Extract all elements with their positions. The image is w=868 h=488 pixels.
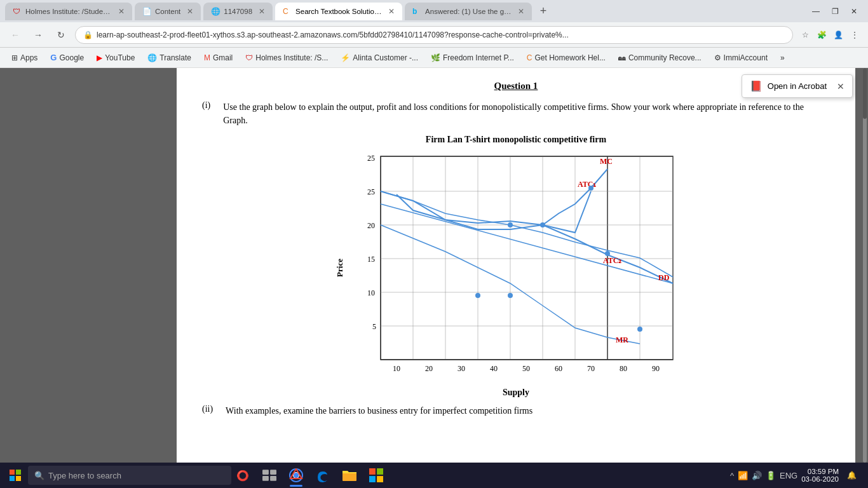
- immi-icon: ⚙: [714, 53, 721, 62]
- forward-button[interactable]: →: [29, 26, 47, 44]
- svg-text:80: 80: [620, 364, 627, 373]
- lock-icon: 🔒: [83, 30, 93, 39]
- bookmark-google[interactable]: G Google: [45, 50, 89, 65]
- tab-bartleby[interactable]: b Answered: (1) Use the graph b... ✕: [405, 3, 532, 20]
- svg-rect-0: [381, 156, 673, 360]
- tab-close-content[interactable]: ✕: [187, 7, 193, 16]
- taskbar-apps: [257, 463, 389, 488]
- volume-icon[interactable]: 🔊: [752, 471, 762, 480]
- tab-label-bartleby: Answered: (1) Use the graph b...: [425, 8, 512, 15]
- bookmark-holmes[interactable]: 🛡 Holmes Institute: /S...: [240, 50, 333, 65]
- back-button[interactable]: ←: [6, 26, 24, 44]
- tab-close-bartleby[interactable]: ✕: [518, 7, 524, 16]
- bookmark-community-label: Community Recove...: [628, 53, 702, 62]
- svg-rect-46: [10, 470, 15, 475]
- store-taskbar-button[interactable]: [363, 463, 389, 488]
- tab-content[interactable]: 📄 Content ✕: [135, 3, 201, 20]
- start-button[interactable]: [3, 463, 28, 488]
- windows-icon: [10, 470, 21, 481]
- search-bar[interactable]: 🔍 Type here to search: [28, 466, 231, 485]
- network-icon[interactable]: 📶: [738, 471, 748, 480]
- svg-text:90: 90: [652, 364, 660, 373]
- tab-favicon-bartleby: b: [412, 7, 421, 16]
- tab-close-1147098[interactable]: ✕: [259, 7, 265, 16]
- notification-button[interactable]: 🔔: [843, 466, 860, 484]
- extension-icon[interactable]: 🧩: [815, 28, 829, 42]
- bookmarks-bar: ⊞ Apps G Google ▶ YouTube 🌐 Translate M …: [0, 48, 868, 68]
- bookmark-gmail[interactable]: M Gmail: [199, 50, 238, 65]
- cortana-button[interactable]: ⭕: [231, 464, 254, 487]
- svg-text:ATC₁: ATC₁: [578, 180, 596, 189]
- new-tab-button[interactable]: +: [534, 3, 552, 20]
- url-bar[interactable]: 🔒 learn-ap-southeast-2-prod-fleet01-xyth…: [75, 26, 793, 44]
- tab-chegg[interactable]: C Search Textbook Solutions | Ch... ✕: [275, 3, 402, 20]
- fileexplorer-icon: [342, 468, 356, 482]
- fileexplorer-taskbar-button[interactable]: [337, 463, 362, 488]
- tab-1147098[interactable]: 🌐 1147098 ✕: [203, 3, 273, 20]
- acrobat-icon: 📕: [750, 80, 763, 92]
- address-bar: ← → ↻ 🔒 learn-ap-southeast-2-prod-fleet0…: [0, 22, 868, 48]
- chart-inner: 10 20 30 40 50 60 70 80 90 5 10: [349, 150, 679, 385]
- chegg-icon: C: [527, 53, 532, 62]
- bookmark-translate[interactable]: 🌐 Translate: [142, 50, 196, 65]
- alinta-icon: ⚡: [341, 53, 350, 62]
- bookmark-freedom[interactable]: 🌿 Freedom Internet P...: [426, 50, 519, 65]
- bookmark-freedom-label: Freedom Internet P...: [443, 53, 514, 62]
- profile-icon[interactable]: 👤: [831, 28, 845, 42]
- svg-text:MC: MC: [600, 157, 613, 166]
- bookmark-chegg-hw[interactable]: C Get Homework Hel...: [522, 50, 611, 65]
- svg-text:10: 10: [393, 364, 400, 373]
- svg-rect-57: [342, 472, 356, 481]
- bookmark-holmes-label: Holmes Institute: /S...: [255, 53, 328, 62]
- close-button[interactable]: ✕: [845, 4, 863, 18]
- svg-text:50: 50: [522, 364, 530, 373]
- tab-holmes[interactable]: 🛡 Holmes Institute: /Student Log... ✕: [5, 3, 132, 20]
- tab-favicon-chegg: C: [283, 7, 292, 16]
- bookmark-gmail-label: Gmail: [213, 53, 233, 62]
- clock-area[interactable]: 03:59 PM 03-06-2020: [801, 468, 839, 483]
- apps-icon: ⊞: [11, 53, 18, 62]
- tab-label-chegg: Search Textbook Solutions | Ch...: [295, 8, 382, 15]
- svg-text:70: 70: [587, 364, 595, 373]
- svg-point-44: [605, 251, 610, 256]
- bookmark-translate-label: Translate: [159, 53, 191, 62]
- question-i-number: (i): [202, 100, 210, 127]
- battery-icon[interactable]: 🔋: [766, 471, 776, 480]
- scrollbar-thumb[interactable]: [863, 68, 867, 119]
- svg-rect-49: [16, 476, 21, 481]
- star-icon[interactable]: ☆: [798, 28, 812, 42]
- svg-text:DD: DD: [658, 273, 670, 282]
- svg-rect-52: [262, 476, 269, 481]
- maximize-button[interactable]: ❐: [826, 4, 844, 18]
- bookmark-community[interactable]: 🏘 Community Recove...: [613, 50, 707, 65]
- svg-rect-50: [262, 470, 269, 475]
- minimize-button[interactable]: —: [807, 4, 825, 18]
- bookmark-apps[interactable]: ⊞ Apps: [6, 50, 43, 65]
- tab-close-chegg[interactable]: ✕: [388, 7, 395, 16]
- bookmark-alinta[interactable]: ⚡ Alinta Customer -...: [336, 50, 423, 65]
- tab-favicon-content: 📄: [142, 7, 151, 16]
- window-controls: — ❐ ✕: [807, 4, 863, 18]
- show-hidden-icons[interactable]: ^: [730, 471, 734, 480]
- bookmark-immi[interactable]: ⚙ ImmiAccount: [709, 50, 773, 65]
- more-bookmarks[interactable]: »: [775, 50, 790, 65]
- youtube-icon: ▶: [97, 53, 102, 62]
- svg-rect-48: [10, 476, 15, 481]
- taskview-icon: [262, 468, 276, 482]
- edge-taskbar-button[interactable]: [310, 463, 336, 488]
- taskview-button[interactable]: [257, 463, 282, 488]
- search-icon: 🔍: [34, 471, 44, 480]
- tab-close-holmes[interactable]: ✕: [118, 7, 125, 16]
- bookmark-youtube[interactable]: ▶ YouTube: [92, 50, 140, 65]
- tab-label-1147098: 1147098: [224, 8, 252, 15]
- refresh-button[interactable]: ↻: [52, 26, 70, 44]
- chrome-taskbar-button[interactable]: [283, 463, 309, 488]
- svg-text:15: 15: [367, 255, 375, 264]
- google-icon: G: [50, 53, 57, 62]
- svg-text:30: 30: [458, 364, 465, 373]
- acrobat-close-button[interactable]: ✕: [837, 81, 844, 92]
- svg-rect-59: [377, 468, 383, 475]
- tab-favicon-holmes: 🛡: [13, 7, 22, 16]
- clock-date: 03-06-2020: [801, 475, 839, 483]
- menu-icon[interactable]: ⋮: [848, 28, 862, 42]
